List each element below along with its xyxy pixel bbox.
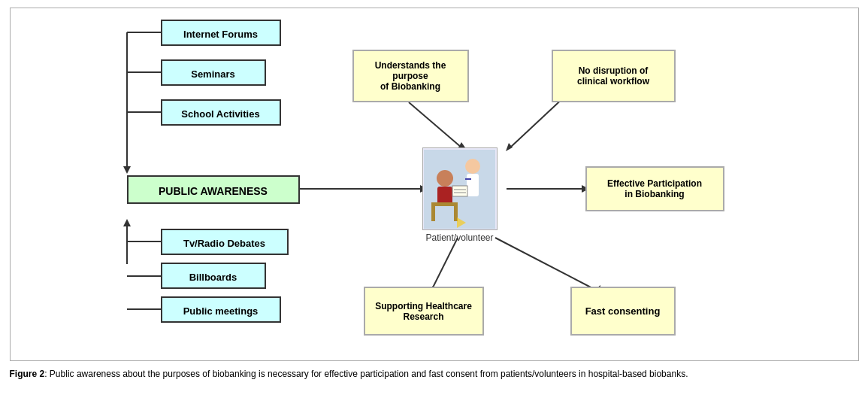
supporting-healthcare-label: Supporting Healthcare Research — [375, 301, 472, 322]
diagram-container: Internet Forums Seminars School Activiti… — [10, 8, 859, 361]
fast-consenting-label: Fast consenting — [585, 305, 661, 317]
public-meetings-box: Public meetings — [161, 296, 281, 323]
understands-box: Understands the purpose of Biobanking — [352, 50, 469, 102]
seminars-box: Seminars — [161, 59, 266, 86]
billboards-box: Billboards — [161, 263, 266, 289]
svg-rect-25 — [467, 174, 479, 196]
svg-line-19 — [431, 238, 458, 290]
svg-rect-29 — [431, 202, 458, 206]
svg-line-21 — [495, 238, 597, 290]
svg-line-15 — [409, 102, 461, 147]
fast-consenting-box: Fast consenting — [570, 287, 676, 336]
understands-label: Understands the purpose of Biobanking — [375, 60, 446, 92]
svg-rect-26 — [465, 178, 471, 180]
patient-image — [422, 147, 498, 230]
school-activities-box: School Activities — [161, 99, 281, 126]
public-awareness-box: PUBLIC AWARENESS — [127, 175, 300, 204]
svg-point-27 — [437, 170, 453, 187]
no-disruption-label: No disruption of clinical workflow — [577, 65, 649, 87]
caption-colon: : — [44, 369, 50, 379]
effective-participation-box: Effective Participation in Biobanking — [585, 166, 724, 211]
supporting-healthcare-box: Supporting Healthcare Research — [364, 287, 484, 336]
tv-radio-box: Tv/Radio Debates — [161, 229, 289, 255]
patient-label: Patient/volunteer — [422, 232, 498, 243]
internet-forums-box: Internet Forums — [161, 20, 281, 46]
svg-marker-5 — [123, 166, 131, 174]
svg-point-24 — [465, 159, 480, 174]
svg-marker-10 — [123, 219, 131, 226]
figure-caption: Figure 2: Public awareness about the pur… — [10, 367, 859, 381]
caption-text: Public awareness about the purposes of b… — [50, 369, 688, 379]
no-disruption-box: No disruption of clinical workflow — [552, 50, 676, 102]
svg-marker-18 — [506, 143, 513, 151]
effective-participation-label: Effective Participation in Biobanking — [607, 178, 702, 199]
svg-line-17 — [510, 95, 567, 147]
svg-rect-30 — [431, 206, 435, 221]
svg-rect-32 — [452, 186, 467, 196]
figure-label: Figure 2 — [10, 369, 45, 379]
